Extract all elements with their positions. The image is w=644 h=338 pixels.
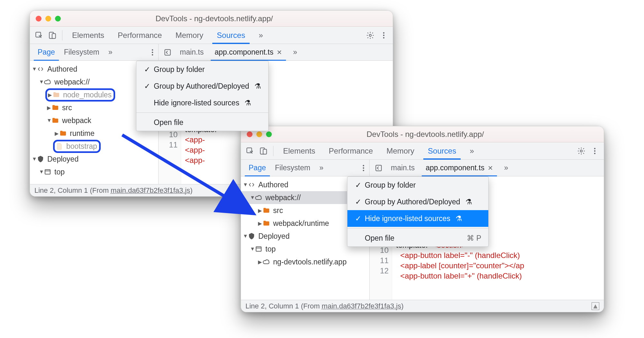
tab-memory[interactable]: Memory: [170, 27, 209, 44]
tree-node-host[interactable]: ▶ ng-devtools.netlify.app: [241, 255, 369, 268]
tab-performance[interactable]: Performance: [112, 27, 168, 44]
device-toolbar-icon[interactable]: [258, 145, 269, 157]
folder-icon: [262, 206, 271, 215]
subtab-filesystem[interactable]: Filesystem: [271, 160, 315, 176]
sourcemap-link[interactable]: main.da63f7b2fe3f1fa3.js: [322, 302, 401, 310]
svg-rect-2: [52, 33, 56, 38]
zoom-window-button[interactable]: [55, 16, 61, 22]
nav-files-icon[interactable]: [373, 162, 384, 174]
kebab-menu-icon[interactable]: [358, 162, 369, 174]
svg-point-15: [580, 150, 583, 152]
subtab-more[interactable]: »: [315, 160, 328, 176]
kebab-menu-icon[interactable]: [589, 145, 601, 157]
svg-point-3: [369, 34, 372, 36]
filetab-more[interactable]: »: [289, 44, 302, 60]
tab-elements[interactable]: Elements: [66, 27, 110, 44]
svg-point-5: [383, 34, 384, 36]
titlebar[interactable]: DevTools - ng-devtools.netlify.app/: [30, 11, 393, 27]
navigator-context-menu: ✓Group by folder ✓Group by Authored/Depl…: [136, 61, 269, 131]
menu-hide-ignore-listed[interactable]: ✓Hide ignore-listed sources⚗: [347, 210, 488, 227]
code-icon: [247, 181, 256, 189]
tree-node-top[interactable]: ▼ top: [30, 165, 158, 178]
inspect-icon[interactable]: [244, 145, 256, 157]
menu-open-file[interactable]: Open file: [136, 114, 268, 131]
filetab-main[interactable]: main.ts: [175, 44, 208, 60]
tab-memory[interactable]: Memory: [381, 142, 420, 159]
zoom-window-button[interactable]: [266, 131, 272, 137]
folder-icon: [262, 219, 271, 227]
svg-point-6: [383, 37, 384, 38]
svg-point-21: [363, 170, 364, 171]
subtab-filesystem[interactable]: Filesystem: [60, 44, 104, 60]
experiment-flask-icon: ⚗: [244, 99, 251, 107]
folder-icon: [51, 103, 60, 112]
svg-rect-14: [263, 149, 267, 154]
menu-hide-ignore-listed[interactable]: Hide ignore-listed sources⚗: [136, 94, 268, 111]
sourcemap-link[interactable]: main.da63f7b2fe3f1fa3.js: [111, 186, 190, 195]
menu-group-by-folder[interactable]: ✓Group by folder: [347, 177, 488, 193]
menu-group-by-authored[interactable]: ✓Group by Authored/Deployed⚗: [136, 78, 268, 94]
filetab-appcomponent[interactable]: app.component.ts ✕: [421, 160, 498, 176]
menu-group-by-folder[interactable]: ✓Group by folder: [136, 61, 268, 78]
subtab-more[interactable]: »: [104, 44, 117, 60]
device-toolbar-icon[interactable]: [47, 30, 58, 41]
svg-point-16: [594, 148, 595, 149]
filetab-more[interactable]: »: [500, 160, 513, 176]
file-icon: [55, 142, 64, 150]
filetab-main[interactable]: main.ts: [386, 160, 419, 176]
tab-sources[interactable]: Sources: [422, 142, 462, 159]
svg-rect-22: [376, 165, 381, 171]
experiment-flask-icon: ⚗: [455, 214, 462, 223]
minimize-window-button[interactable]: [256, 131, 262, 137]
filetab-label: app.component.ts: [215, 48, 273, 57]
sources-subbar: Page Filesystem » main.ts app.component.…: [30, 44, 393, 61]
svg-point-17: [594, 150, 595, 151]
svg-point-9: [152, 54, 153, 55]
close-window-button[interactable]: [36, 16, 41, 22]
nav-files-icon[interactable]: [162, 47, 173, 58]
close-icon[interactable]: ✕: [277, 49, 282, 56]
tab-more[interactable]: »: [253, 27, 269, 44]
window-title: DevTools - ng-devtools.netlify.app/: [272, 130, 598, 139]
frame-icon: [43, 168, 52, 176]
tab-more[interactable]: »: [464, 142, 480, 159]
folder-icon: [59, 129, 67, 138]
menu-open-file[interactable]: Open file⌘ P: [347, 230, 488, 246]
main-tabbar: Elements Performance Memory Sources »: [30, 27, 393, 44]
settings-gear-icon[interactable]: [364, 30, 376, 41]
svg-point-19: [363, 165, 364, 166]
filetab-appcomponent[interactable]: app.component.ts ✕: [210, 44, 287, 60]
code-icon: [36, 65, 45, 73]
subtab-page[interactable]: Page: [244, 160, 271, 176]
tree-node-deployed[interactable]: ▼ Deployed: [30, 153, 158, 165]
subtab-page[interactable]: Page: [33, 44, 60, 60]
svg-point-8: [152, 51, 153, 53]
svg-point-18: [594, 153, 595, 154]
cloud-icon: [254, 193, 263, 202]
kebab-menu-icon[interactable]: [147, 47, 158, 58]
tree-node-bootstrap[interactable]: bootstrap: [30, 140, 158, 153]
tab-elements[interactable]: Elements: [277, 142, 321, 159]
pretty-print-icon[interactable]: ▲: [592, 302, 599, 310]
deployed-icon: [247, 232, 256, 240]
svg-point-20: [363, 167, 364, 168]
folder-icon: [51, 116, 60, 125]
menu-group-by-authored[interactable]: ✓Group by Authored/Deployed⚗: [347, 193, 488, 210]
tab-performance[interactable]: Performance: [323, 142, 379, 159]
traffic-lights: [36, 16, 61, 22]
settings-gear-icon[interactable]: [575, 145, 587, 157]
svg-rect-23: [256, 247, 261, 251]
filetab-label: app.component.ts: [426, 164, 484, 172]
tab-sources[interactable]: Sources: [211, 27, 251, 44]
close-icon[interactable]: ✕: [488, 164, 493, 172]
minimize-window-button[interactable]: [45, 16, 51, 22]
sources-subbar: Page Filesystem » main.ts app.component.…: [241, 160, 604, 176]
frame-icon: [254, 245, 263, 253]
devtools-window-after: DevTools - ng-devtools.netlify.app/ Elem…: [241, 126, 604, 312]
window-title: DevTools - ng-devtools.netlify.app/: [61, 14, 387, 23]
kebab-menu-icon[interactable]: [378, 30, 390, 41]
svg-rect-10: [165, 49, 170, 55]
titlebar[interactable]: DevTools - ng-devtools.netlify.app/: [241, 126, 604, 142]
inspect-icon[interactable]: [33, 30, 45, 41]
close-window-button[interactable]: [247, 131, 253, 137]
